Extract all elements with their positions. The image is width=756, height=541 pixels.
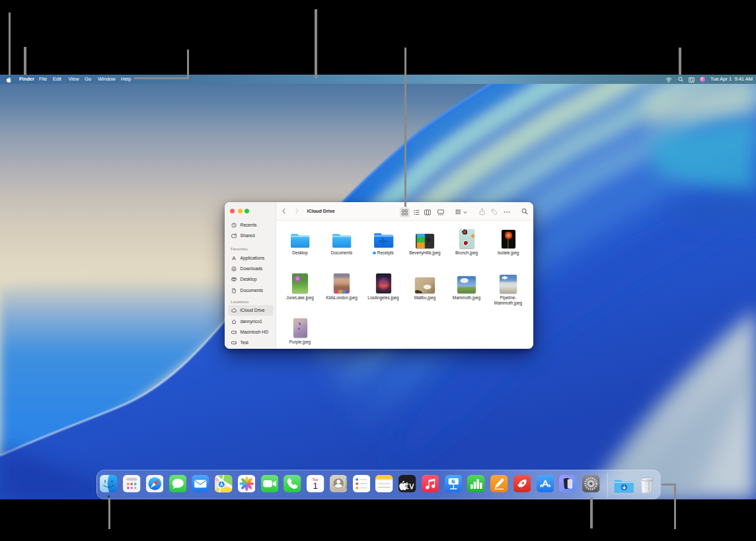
- svg-text:1: 1: [313, 481, 318, 491]
